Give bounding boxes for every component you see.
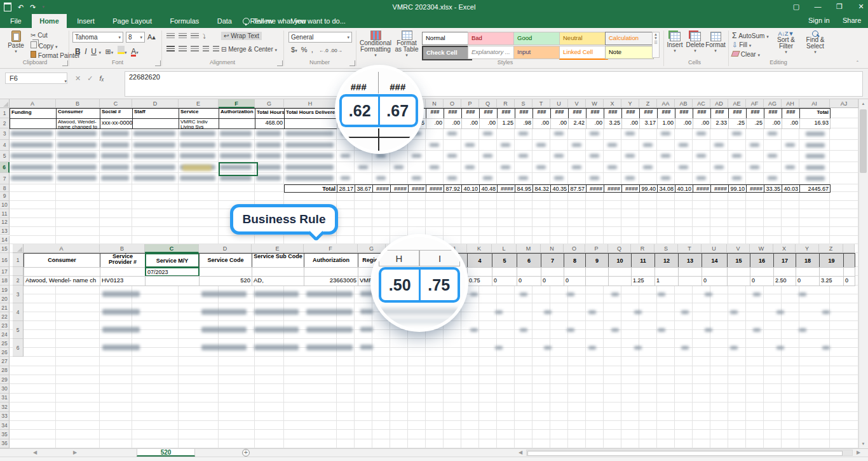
fill-button[interactable]: ⇩ Fill ▾	[732, 41, 751, 48]
col-header-U[interactable]: U	[550, 99, 568, 108]
grow-font-icon[interactable]: A▴	[147, 33, 156, 41]
style-explanatory[interactable]: Explanatory ...	[468, 46, 517, 59]
t1-cell-X2[interactable]: 3.25	[604, 118, 622, 129]
t2-col-header-Y[interactable]: Y	[796, 244, 819, 253]
t1-header-R-hash[interactable]: ###	[497, 108, 515, 119]
t1-header-funding[interactable]: Funding	[10, 108, 57, 119]
t1-header-S-hash[interactable]: ###	[515, 108, 533, 119]
vertical-align-buttons[interactable]: ⤵	[166, 33, 206, 40]
t2-header-service-provider-[interactable]: Service Provider #	[100, 253, 146, 268]
row-header-28[interactable]: 28	[0, 366, 10, 375]
t1-cell-A2[interactable]	[10, 118, 57, 129]
t1-header-O-hash[interactable]: ###	[444, 108, 462, 119]
cut-button[interactable]: ✂ Cut	[31, 32, 48, 39]
share-button[interactable]: Share	[843, 17, 861, 24]
row-header-23[interactable]: 23	[0, 321, 10, 330]
t2-col-header-P[interactable]: P	[585, 244, 608, 253]
tell-me-box[interactable]: Tell me what you want to do...	[243, 14, 346, 28]
t1-cell-social[interactable]: xxx-xx-0000	[100, 118, 133, 129]
t1-cell-N2[interactable]: .00	[426, 118, 444, 129]
t2-header-4[interactable]: 4	[467, 253, 492, 268]
t2-date-row-cell[interactable]	[564, 267, 586, 277]
row-header-1[interactable]: 1	[0, 108, 10, 118]
t2-header-service-code[interactable]: Service Code	[199, 253, 252, 268]
t2-header-13[interactable]: 13	[678, 253, 702, 268]
t2-header-10[interactable]: 10	[608, 253, 632, 268]
t2-date-row-cell[interactable]	[843, 267, 855, 277]
enter-icon[interactable]: ✓	[87, 74, 93, 83]
t2-cell-D2[interactable]: 520	[199, 276, 252, 286]
t2-date-cell[interactable]: 07/2023	[145, 267, 200, 277]
t2-col-header-K[interactable]: K	[467, 244, 492, 253]
t1-header-service[interactable]: Service	[179, 108, 219, 119]
col-header-C[interactable]: C	[100, 99, 132, 108]
sheet-tab-520[interactable]: 520	[137, 449, 195, 457]
style-bad[interactable]: Bad	[468, 32, 517, 45]
select-all-corner[interactable]	[0, 99, 10, 108]
t1-header-Q-hash[interactable]: ###	[479, 108, 498, 119]
alignment-dialog-launcher-icon[interactable]	[277, 60, 283, 66]
decrease-decimal-icon[interactable]: .00→	[330, 48, 342, 53]
t2-col-header-R[interactable]: R	[631, 244, 654, 253]
t2-cell-v4[interactable]: 0	[541, 276, 564, 286]
t2-cell-v7[interactable]	[608, 276, 632, 286]
collapse-ribbon-icon[interactable]: ˆ	[857, 60, 858, 66]
t2-cell-v13[interactable]: 0	[750, 276, 774, 286]
t1-header-W-hash[interactable]: ###	[586, 108, 604, 119]
hscroll-left-icon[interactable]: ◀	[519, 450, 522, 455]
autosum-button[interactable]: Σ AutoSum ▾	[732, 31, 769, 40]
row-header-13[interactable]: 13	[0, 227, 10, 236]
style-good[interactable]: Good	[513, 32, 562, 45]
t1-header-consumer[interactable]: Consumer	[56, 108, 100, 119]
t2-cell-F2[interactable]: 23663005	[304, 276, 358, 286]
t2-header-12[interactable]: 12	[654, 253, 679, 268]
t2-date-row-cell[interactable]	[796, 267, 820, 277]
t1-cell-P2[interactable]: .00	[461, 118, 480, 129]
style-check-cell[interactable]: Check Cell	[422, 46, 472, 60]
t2-cell-v17[interactable]: 0	[843, 276, 855, 286]
col-header-T[interactable]: T	[532, 99, 550, 108]
row-header-5[interactable]: 5	[0, 151, 10, 162]
tab-insert[interactable]: Insert	[69, 14, 102, 28]
t1-cell-T2[interactable]: .00	[532, 118, 551, 129]
t1-cell-D2[interactable]	[132, 118, 179, 129]
name-box[interactable]: F6▾	[5, 72, 67, 84]
find-select-button[interactable]: Find & Select▾	[802, 31, 829, 55]
wrap-text-button[interactable]: ↩ Wrap Text	[221, 32, 262, 40]
t1-header-AH-hash[interactable]: ###	[782, 108, 800, 119]
t1-cell-total-hours[interactable]: 468.00	[255, 118, 285, 129]
t2-row-header-2[interactable]: 2	[13, 276, 24, 286]
t2-header-11[interactable]: 11	[631, 253, 655, 268]
t2-date-row-cell[interactable]	[304, 267, 358, 277]
tab-page-layout[interactable]: Page Layout	[105, 14, 159, 28]
sign-in-link[interactable]: Sign in	[808, 17, 830, 24]
number-dialog-launcher-icon[interactable]	[349, 60, 355, 66]
t2-col-header-X[interactable]: X	[773, 244, 796, 253]
t2-row-header-5[interactable]: 5	[13, 321, 24, 339]
col-header-AC[interactable]: AC	[693, 99, 710, 108]
sort-filter-button[interactable]: A↓Z▼ Sort & Filter▾	[773, 31, 799, 55]
t2-col-header-G[interactable]: G	[358, 244, 386, 253]
row-header-32[interactable]: 32	[0, 403, 10, 411]
t2-cell-A2[interactable]: Atwood, Wendel- name ch	[24, 276, 100, 286]
col-header-G[interactable]: G	[255, 99, 284, 108]
t2-col-header-M[interactable]: M	[517, 244, 541, 253]
copy-button[interactable]: Copy ▾	[31, 41, 57, 50]
t2-header-5[interactable]: 5	[492, 253, 517, 268]
t2-header-17[interactable]: 17	[773, 253, 796, 268]
minimize-icon[interactable]: —	[808, 0, 827, 14]
t2-col-header-U[interactable]: U	[702, 244, 727, 253]
t2-date-row-cell[interactable]	[750, 267, 774, 277]
t2-header-consumer[interactable]: Consumer	[24, 253, 100, 268]
col-header-Y[interactable]: Y	[621, 99, 639, 108]
t1-cell-S2[interactable]: .98	[515, 118, 533, 129]
t2-date-row-cell[interactable]	[654, 267, 679, 277]
t2-date-row-cell[interactable]	[585, 267, 609, 277]
t1-cell-AD2[interactable]: 2.33	[710, 118, 729, 129]
t1-cell-service[interactable]: VMRC Indiv Living Svs	[179, 118, 219, 129]
t2-col-header-W[interactable]: W	[750, 244, 773, 253]
prev-sheet-icon[interactable]: ◀	[33, 450, 37, 455]
style-linked-cell[interactable]: Linked Cell	[559, 46, 608, 60]
t2-cell-v6[interactable]	[585, 276, 609, 286]
t2-cell-v8[interactable]: 1.25	[631, 276, 655, 286]
